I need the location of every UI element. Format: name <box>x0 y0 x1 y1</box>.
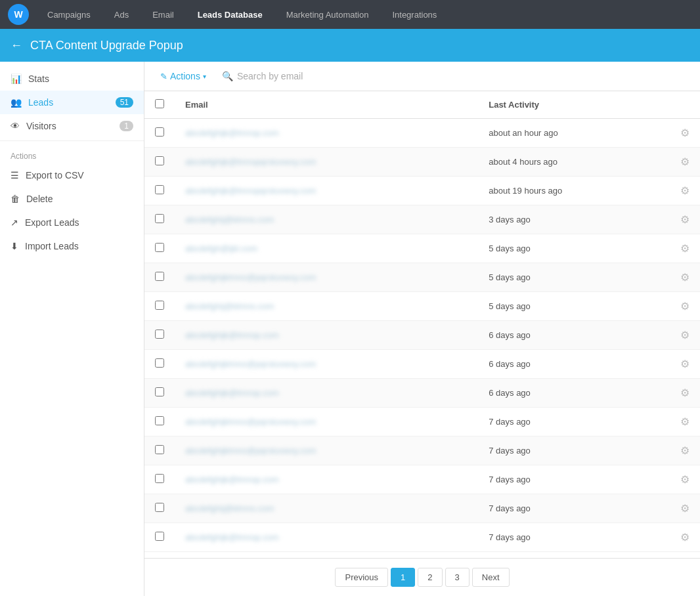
row-action-cell: ⚙ <box>667 350 700 379</box>
row-last-activity: 6 days ago <box>478 321 667 350</box>
row-checkbox-cell <box>144 465 175 494</box>
row-last-activity: 7 days ago <box>478 523 667 552</box>
row-action-cell: ⚙ <box>667 408 700 436</box>
row-checkbox[interactable] <box>155 127 164 137</box>
table-body: abcdefghijk@lmnop.com about an hour ago … <box>144 119 700 552</box>
row-action-cell: ⚙ <box>667 523 700 552</box>
actions-section-label: Actions <box>0 144 144 163</box>
visitors-icon: 👁 <box>11 121 20 131</box>
previous-button[interactable]: Previous <box>335 568 388 587</box>
gear-icon[interactable]: ⚙ <box>680 387 689 398</box>
gear-icon[interactable]: ⚙ <box>680 272 689 283</box>
page-3-button[interactable]: 3 <box>445 568 470 587</box>
row-checkbox[interactable] <box>155 445 164 454</box>
table-row: abcdefghijk@lmnop.com about an hour ago … <box>144 119 700 148</box>
table-row: abcdefghijklmno@pqrstuvwxy.com 6 days ag… <box>144 350 700 379</box>
pagination: Previous 1 2 3 Next <box>144 558 700 596</box>
row-checkbox[interactable] <box>155 358 164 368</box>
row-last-activity: 5 days ago <box>478 292 667 321</box>
table-row: abcdefghijk@lmnopqrstuvwxy.com about 19 … <box>144 177 700 205</box>
nav-email[interactable]: Email <box>147 7 179 22</box>
row-action-cell: ⚙ <box>667 465 700 494</box>
sidebar-item-stats[interactable]: 📊 Stats <box>0 67 144 91</box>
row-checkbox[interactable] <box>155 156 164 165</box>
gear-icon[interactable]: ⚙ <box>680 127 689 138</box>
row-action-cell: ⚙ <box>667 119 700 148</box>
row-last-activity: about 19 hours ago <box>478 177 667 205</box>
gear-icon[interactable]: ⚙ <box>680 503 689 514</box>
gear-icon[interactable]: ⚙ <box>680 185 689 196</box>
page-2-button[interactable]: 2 <box>418 568 442 587</box>
row-action-cell: ⚙ <box>667 494 700 523</box>
gear-icon[interactable]: ⚙ <box>680 358 689 370</box>
top-nav: W Campaigns Ads Email Leads Database Mar… <box>0 0 700 29</box>
row-last-activity: 7 days ago <box>478 436 667 465</box>
row-checkbox[interactable] <box>155 387 164 396</box>
gear-icon[interactable]: ⚙ <box>680 474 689 485</box>
sidebar-item-export-leads[interactable]: ↗ Export Leads <box>0 211 144 234</box>
gear-icon[interactable]: ⚙ <box>680 156 689 167</box>
stats-icon: 📊 <box>11 74 22 84</box>
row-checkbox[interactable] <box>155 301 164 310</box>
row-action-cell: ⚙ <box>667 234 700 263</box>
row-checkbox[interactable] <box>155 214 164 223</box>
sidebar-item-leads[interactable]: 👥 Leads 51 <box>0 91 144 114</box>
row-checkbox[interactable] <box>155 503 164 512</box>
gear-icon[interactable]: ⚙ <box>680 301 689 312</box>
table-row: abcdefgh@ijkl.com 5 days ago ⚙ <box>144 234 700 263</box>
row-checkbox-cell <box>144 350 175 379</box>
nav-ads[interactable]: Ads <box>109 7 134 22</box>
row-checkbox[interactable] <box>155 330 164 339</box>
table-row: abcdefghijk@lmnop.com 6 days ago ⚙ <box>144 379 700 408</box>
sidebar-item-visitors-label: Visitors <box>26 121 56 131</box>
row-last-activity: 6 days ago <box>478 379 667 408</box>
search-input[interactable] <box>237 71 368 81</box>
gear-icon[interactable]: ⚙ <box>680 416 689 427</box>
sidebar-item-delete[interactable]: 🗑 Delete <box>0 187 144 211</box>
sidebar-divider <box>0 140 144 141</box>
row-checkbox[interactable] <box>155 474 164 483</box>
leads-table: Email Last Activity abcdefghijk@lmnop.co… <box>144 91 700 552</box>
row-checkbox[interactable] <box>155 416 164 425</box>
table-container: Email Last Activity abcdefghijk@lmnop.co… <box>144 91 700 558</box>
row-checkbox-cell <box>144 523 175 552</box>
table-header-row: Email Last Activity <box>144 91 700 119</box>
table-row: abcdefghijk@lmnopqrstuvwxy.com about 4 h… <box>144 148 700 177</box>
gear-icon[interactable]: ⚙ <box>680 330 689 341</box>
email-value: abcdefghijk@lmnopqrstuvwxy.com <box>185 157 316 167</box>
sidebar-item-export-csv[interactable]: ☰ Export to CSV <box>0 163 144 187</box>
row-last-activity: 7 days ago <box>478 465 667 494</box>
gear-icon[interactable]: ⚙ <box>680 243 689 254</box>
email-value: abcdefghijklmno@pqrstuvwxy.com <box>185 272 316 282</box>
sidebar-item-visitors[interactable]: 👁 Visitors 1 <box>0 114 144 138</box>
row-action-cell: ⚙ <box>667 177 700 205</box>
sidebar-item-stats-label: Stats <box>28 74 49 84</box>
row-checkbox[interactable] <box>155 532 164 541</box>
nav-campaigns[interactable]: Campaigns <box>42 7 96 22</box>
select-all-checkbox[interactable] <box>155 99 164 108</box>
row-checkbox-cell <box>144 321 175 350</box>
gear-icon[interactable]: ⚙ <box>680 532 689 543</box>
actions-button[interactable]: ✎ Actions ▾ <box>155 68 211 84</box>
nav-marketing-automation[interactable]: Marketing Automation <box>281 7 374 22</box>
email-value: abcdefghijklmno@pqrstuvwxy.com <box>185 417 316 427</box>
row-checkbox[interactable] <box>155 185 164 194</box>
pencil-icon: ✎ <box>160 72 167 81</box>
row-checkbox-cell <box>144 263 175 292</box>
delete-icon: 🗑 <box>11 194 20 204</box>
row-checkbox[interactable] <box>155 272 164 281</box>
search-container: 🔍 <box>222 71 368 81</box>
next-button[interactable]: Next <box>472 568 510 587</box>
nav-integrations[interactable]: Integrations <box>387 7 442 22</box>
sidebar-item-import-leads[interactable]: ⬇ Import Leads <box>0 234 144 258</box>
gear-icon[interactable]: ⚙ <box>680 445 689 456</box>
row-checkbox[interactable] <box>155 243 164 252</box>
email-value: abcdefghij@klmno.com <box>185 215 274 224</box>
gear-icon[interactable]: ⚙ <box>680 214 689 225</box>
row-email: abcdefghijklmno@pqrstuvwxy.com <box>175 350 478 379</box>
row-email: abcdefghij@klmno.com <box>175 292 478 321</box>
page-1-button[interactable]: 1 <box>391 568 415 587</box>
table-row: abcdefghij@klmno.com 3 days ago ⚙ <box>144 205 700 234</box>
nav-leads-database[interactable]: Leads Database <box>192 7 268 22</box>
back-button[interactable]: ← <box>11 39 22 53</box>
